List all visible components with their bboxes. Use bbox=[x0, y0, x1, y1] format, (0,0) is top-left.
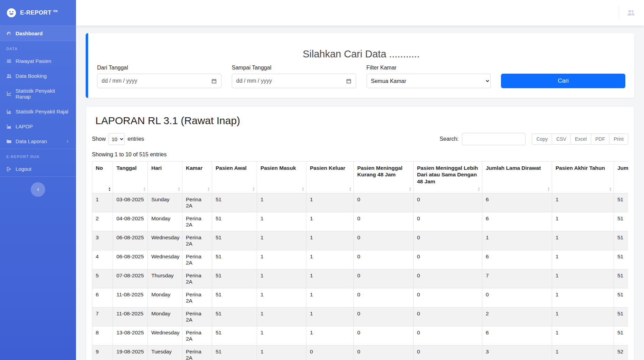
topbar-user-menu[interactable] bbox=[619, 6, 635, 19]
table-cell: 1 bbox=[306, 231, 354, 250]
export-copy-button[interactable]: Copy bbox=[532, 133, 552, 145]
sidebar: E-REPORT RK Dashboard DATA Riwayat Pasie… bbox=[0, 0, 76, 360]
table-cell: 1 bbox=[552, 193, 614, 212]
table-cell: 0 bbox=[354, 288, 414, 307]
column-header[interactable]: Kamar▲▼ bbox=[182, 161, 212, 193]
table-cell: 1 bbox=[306, 250, 354, 269]
dari-tanggal-label: Dari Tanggal bbox=[97, 65, 221, 71]
report-table: No▲▼Tanggal▲▼Hari▲▼Kamar▲▼Pasien Awal▲▼P… bbox=[92, 161, 628, 360]
show-label: Show bbox=[92, 136, 106, 142]
export-buttons: CopyCSVExcelPDFPrint bbox=[532, 133, 628, 145]
table-cell: 51 bbox=[212, 345, 257, 360]
table-cell: 51 bbox=[212, 212, 257, 231]
filter-kamar-select[interactable]: Semua Kamar bbox=[367, 74, 491, 88]
sidebar-item-label: Dashboard bbox=[16, 30, 42, 36]
export-excel-button[interactable]: Excel bbox=[570, 133, 591, 145]
table-cell: 9 bbox=[92, 345, 113, 360]
table-cell: 0 bbox=[354, 269, 414, 288]
table-cell: 1 bbox=[552, 288, 614, 307]
sidebar-item-dashboard[interactable]: Dashboard bbox=[0, 26, 76, 41]
table-cell: 4 bbox=[92, 250, 113, 269]
table-cell: 0 bbox=[482, 288, 552, 307]
calendar-icon[interactable] bbox=[346, 78, 352, 84]
sidebar-item-label: Logout bbox=[16, 166, 31, 172]
sidebar-item-label: Data Laporan bbox=[16, 138, 47, 144]
field-filter-kamar: Filter Kamar Semua Kamar bbox=[367, 65, 491, 88]
table-cell: 0 bbox=[354, 307, 414, 326]
column-header[interactable]: Tanggal▲▼ bbox=[113, 161, 148, 193]
column-header[interactable]: Pasien Awal▲▼ bbox=[212, 161, 257, 193]
column-header[interactable]: Pasien Akhir Tahun▲▼ bbox=[552, 161, 614, 193]
table-cell: 06-08-2025 bbox=[113, 250, 148, 269]
table-row: 103-08-2025SundayPerina 2A5111006151 bbox=[92, 193, 628, 212]
sidebar-item-logout[interactable]: Logout bbox=[0, 161, 76, 176]
table-cell: 1 bbox=[257, 288, 306, 307]
chevron-left-icon bbox=[36, 187, 40, 192]
table-cell: 0 bbox=[414, 193, 482, 212]
column-header[interactable]: Pasien Meninggal Kurang 48 Jam▲▼ bbox=[354, 161, 414, 193]
sidebar-item-statistik-penyakit-rajal[interactable]: Statistik Penyakit Rajal bbox=[0, 104, 76, 119]
table-cell: 0 bbox=[354, 231, 414, 250]
table-cell: 11-08-2025 bbox=[113, 288, 148, 307]
dari-tanggal-input[interactable]: dd / mm / yyyy bbox=[97, 74, 221, 88]
field-sampai-tanggal: Sampai Tanggal dd / mm / yyyy bbox=[232, 65, 356, 88]
table-cell: Perina 2A bbox=[182, 269, 212, 288]
date-placeholder: dd / mm / yyyy bbox=[236, 78, 272, 84]
table-cell: 0 bbox=[414, 307, 482, 326]
column-header-label: Pasien Awal bbox=[216, 165, 247, 171]
sort-icon: ▲▼ bbox=[108, 187, 111, 192]
table-cell: 0 bbox=[414, 231, 482, 250]
table-cell: 1 bbox=[306, 193, 354, 212]
table-cell: 0 bbox=[414, 250, 482, 269]
column-header[interactable]: No▲▼ bbox=[92, 161, 113, 193]
table-cell: 0 bbox=[354, 212, 414, 231]
table-cell: 1 bbox=[552, 307, 614, 326]
table-cell: 0 bbox=[306, 345, 354, 360]
table-cell: 13-08-2025 bbox=[113, 326, 148, 345]
cari-button[interactable]: Cari bbox=[501, 74, 625, 88]
sidebar-item-data-laporan[interactable]: Data Laporan bbox=[0, 134, 76, 149]
table-cell: 1 bbox=[552, 212, 614, 231]
calendar-icon[interactable] bbox=[211, 78, 217, 84]
table-container: No▲▼Tanggal▲▼Hari▲▼Kamar▲▼Pasien Awal▲▼P… bbox=[92, 161, 628, 360]
sidebar-collapse-button[interactable] bbox=[31, 182, 45, 197]
table-cell: 52 bbox=[614, 345, 628, 360]
table-row: 306-08-2025WednesdayPerina 2A5111001151 bbox=[92, 231, 628, 250]
sidebar-item-data-booking[interactable]: Data Booking bbox=[0, 68, 76, 83]
sidebar-item-statistik-penyakit-ranap[interactable]: Statistik Penyakit Ranap bbox=[0, 83, 76, 104]
sampai-tanggal-input[interactable]: dd / mm / yyyy bbox=[232, 74, 356, 88]
sidebar-item-lapop[interactable]: LAPOP bbox=[0, 119, 76, 134]
table-cell: 51 bbox=[614, 212, 628, 231]
table-cell: 1 bbox=[306, 288, 354, 307]
export-print-button[interactable]: Print bbox=[609, 133, 628, 145]
table-cell: 51 bbox=[614, 231, 628, 250]
column-header[interactable]: Hari▲▼ bbox=[148, 161, 182, 193]
table-cell: 0 bbox=[414, 345, 482, 360]
table-cell: 0 bbox=[414, 269, 482, 288]
table-cell: 1 bbox=[257, 269, 306, 288]
brand[interactable]: E-REPORT RK bbox=[0, 0, 76, 26]
column-header[interactable]: Jumlah▲▼ bbox=[614, 161, 628, 193]
table-cell: 3 bbox=[482, 345, 552, 360]
table-cell: 0 bbox=[414, 326, 482, 345]
column-header[interactable]: Pasien Masuk▲▼ bbox=[257, 161, 306, 193]
sidebar-item-label: Statistik Penyakit Rajal bbox=[16, 109, 68, 114]
table-cell: 2 bbox=[482, 307, 552, 326]
table-search-input[interactable] bbox=[462, 133, 525, 145]
page-length-select[interactable]: 10 bbox=[108, 133, 125, 145]
export-pdf-button[interactable]: PDF bbox=[591, 133, 609, 145]
column-header[interactable]: Pasien Meninggal Lebih Dari atau Sama De… bbox=[414, 161, 482, 193]
page-content: Silahkan Cari Data ........... Dari Tang… bbox=[76, 26, 644, 360]
table-cell: 1 bbox=[552, 345, 614, 360]
sort-icon: ▲▼ bbox=[207, 187, 210, 192]
topbar bbox=[76, 0, 644, 26]
column-header[interactable]: Jumlah Lama Dirawat▲▼ bbox=[482, 161, 552, 193]
export-csv-button[interactable]: CSV bbox=[552, 133, 571, 145]
table-row: 813-08-2025WednesdayPerina 2A5111006151 bbox=[92, 326, 628, 345]
brand-sup: RK bbox=[53, 9, 58, 13]
sidebar-item-riwayat-pasien[interactable]: Riwayat Pasien bbox=[0, 54, 76, 68]
sort-icon: ▲▼ bbox=[349, 187, 352, 192]
table-cell: Perina 2A bbox=[182, 231, 212, 250]
table-cell: 5 bbox=[92, 269, 113, 288]
column-header[interactable]: Pasien Keluar▲▼ bbox=[306, 161, 354, 193]
